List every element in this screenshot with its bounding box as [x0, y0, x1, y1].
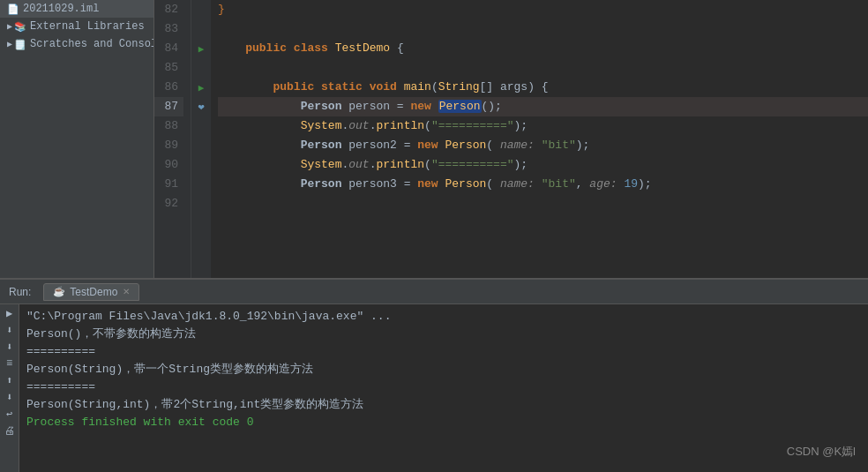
gutter-87: ❤: [191, 97, 211, 116]
console-line-2: ==========: [26, 343, 861, 361]
ln-88: 88: [154, 116, 183, 136]
sidebar-item-scratches[interactable]: ▶ 🗒️ Scratches and Console: [0, 35, 153, 53]
console-line-3: Person(String)，带一个String类型参数的构造方法: [26, 361, 861, 378]
sidebar-item-iml-label: 20211029.iml: [23, 3, 99, 15]
gutter-82: [191, 0, 211, 19]
line-numbers: 82 83 84 85 86 87 88 89 90 91 92: [154, 0, 191, 278]
gutter-84[interactable]: ▶: [191, 39, 211, 58]
console-line-7: Process finished with exit code 0: [26, 414, 861, 431]
code-line-84: public class TestDemo {: [218, 39, 868, 58]
console-line-1: Person()，不带参数的构造方法: [26, 326, 861, 343]
stop-button[interactable]: ⬇: [3, 340, 17, 354]
run-tabs-bar: Run: ☕ TestDemo ✕: [0, 280, 868, 304]
tab-java-icon: ☕: [53, 286, 65, 297]
scroll-down-button[interactable]: ⬇: [3, 390, 17, 404]
scroll-up-button[interactable]: ⬆: [3, 373, 17, 387]
console-line-5: Person(String,int)，带2个String,int类型参数的构造方…: [26, 396, 861, 414]
arrow-icon: ▶: [7, 21, 12, 32]
ln-89: 89: [154, 136, 183, 155]
ln-87: 87: [154, 97, 183, 116]
ln-91: 91: [154, 175, 183, 194]
wrap-button[interactable]: ↩: [3, 407, 17, 421]
ln-83: 83: [154, 19, 183, 39]
code-content[interactable]: } public class TestDemo { public static …: [211, 0, 868, 278]
gutter-85: [191, 58, 211, 78]
run-button[interactable]: ▶: [3, 306, 17, 320]
run-tab-testdemo[interactable]: ☕ TestDemo ✕: [43, 283, 139, 301]
code-line-82: }: [218, 0, 868, 19]
code-line-83: [218, 19, 868, 39]
code-line-88: System.out.println("==========");: [218, 116, 868, 136]
code-line-91: Person person3 = new Person( name: "bit"…: [218, 175, 868, 194]
ln-90: 90: [154, 155, 183, 175]
code-editor: 82 83 84 85 86 87 88 89 90 91 92 ▶ ▶: [154, 0, 868, 278]
gutter-83: [191, 19, 211, 39]
run-panel: Run: ☕ TestDemo ✕ ▶ ⬇ ⬇ ≡ ⬆ ⬇ ↩ 🖨 "C:\Pr…: [0, 278, 868, 472]
code-line-85: [218, 58, 868, 78]
ln-85: 85: [154, 58, 183, 78]
code-line-89: Person person2 = new Person( name: "bit"…: [218, 136, 868, 155]
settings-button[interactable]: ≡: [3, 356, 17, 371]
arrow-icon-2: ▶: [7, 39, 12, 49]
ln-86: 86: [154, 78, 183, 97]
ln-84: 84: [154, 39, 183, 58]
editor-gutter: ▶ ▶ ❤: [191, 0, 211, 278]
sidebar-item-scratch-label: Scratches and Console: [30, 38, 154, 50]
ln-92: 92: [154, 194, 183, 214]
console-line-0: "C:\Program Files\Java\jdk1.8.0_192\bin\…: [26, 308, 861, 326]
gutter-91: [191, 175, 211, 194]
print-button[interactable]: 🖨: [3, 423, 17, 438]
tab-close-icon[interactable]: ✕: [123, 287, 130, 296]
sidebar-item-lib-label: External Libraries: [30, 20, 145, 33]
sidebar-item-libraries[interactable]: ▶ 📚 External Libraries: [0, 18, 153, 35]
console-toolbar: ▶ ⬇ ⬇ ≡ ⬆ ⬇ ↩ 🖨: [0, 304, 19, 472]
gutter-88: [191, 116, 211, 136]
file-icon: 📄: [7, 4, 19, 15]
gutter-86[interactable]: ▶: [191, 78, 211, 97]
console-line-4: ==========: [26, 378, 861, 396]
console-output: "C:\Program Files\Java\jdk1.8.0_192\bin\…: [19, 304, 868, 472]
gutter-92: [191, 194, 211, 214]
rerun-button[interactable]: ⬇: [3, 323, 17, 337]
code-line-86: public static void main(String[] args) {: [218, 78, 868, 97]
console-content-area: ▶ ⬇ ⬇ ≡ ⬆ ⬇ ↩ 🖨 "C:\Program Files\Java\j…: [0, 304, 868, 472]
code-line-90: System.out.println("==========");: [218, 155, 868, 175]
gutter-89: [191, 136, 211, 155]
sidebar-item-iml[interactable]: 📄 20211029.iml: [0, 0, 153, 18]
ln-82: 82: [154, 0, 183, 19]
gutter-90: [191, 155, 211, 175]
run-label: Run:: [4, 286, 36, 298]
scratch-icon: 🗒️: [14, 39, 26, 50]
run-tab-label: TestDemo: [70, 286, 117, 298]
code-line-92: [218, 194, 868, 214]
library-icon: 📚: [14, 21, 26, 33]
watermark: CSDN @K嫣l: [787, 444, 856, 460]
project-sidebar: 📄 20211029.iml ▶ 📚 External Libraries ▶ …: [0, 0, 154, 278]
code-line-87: Person person = new Person();: [218, 97, 868, 116]
